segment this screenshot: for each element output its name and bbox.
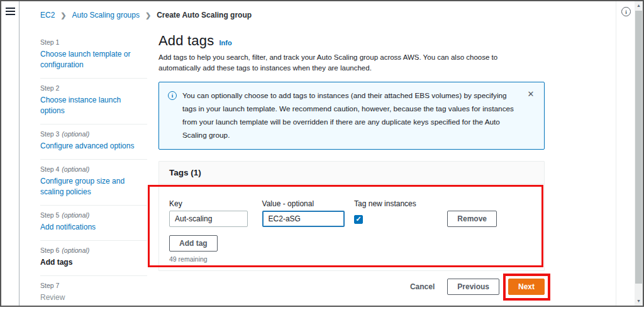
content-divider (616, 1, 616, 306)
collapsed-side-nav (1, 1, 19, 306)
tag-new-instances-checkbox[interactable] (354, 215, 363, 224)
value-label: Value - optional (262, 199, 345, 208)
tags-remaining-count: 49 remaining (169, 255, 534, 263)
sidebar-step-6: Step 6(optional) Add tags (40, 240, 147, 275)
tags-panel-title: Tags (1) (169, 168, 534, 177)
sidebar-step-3-link[interactable]: Configure advanced options (40, 141, 147, 152)
add-tag-button[interactable]: Add tag (169, 235, 218, 252)
sidebar-step-3: Step 3(optional) Configure advanced opti… (40, 124, 147, 159)
breadcrumb-current: Create Auto Scaling group (157, 11, 252, 19)
chevron-right-icon (145, 11, 151, 19)
page-description: Add tags to help you search, filter, and… (158, 52, 540, 74)
scroll-up-arrow-icon[interactable] (635, 1, 643, 10)
info-alert-text: You can optionally choose to add tags to… (182, 89, 521, 142)
step-number: Step 6(optional) (40, 246, 147, 254)
step-number: Step 3(optional) (40, 130, 147, 138)
info-alert: You can optionally choose to add tags to… (158, 82, 545, 150)
help-info-icon[interactable] (621, 7, 631, 16)
tag-row: Key Value - optional Tag new instances (169, 199, 534, 227)
main-content: Add tags Info Add tags to help you searc… (158, 33, 545, 295)
scroll-down-arrow-icon[interactable] (635, 297, 643, 306)
sidebar-step-5: Step 5(optional) Add notifications (40, 205, 147, 240)
breadcrumb: EC2 Auto Scaling groups Create Auto Scal… (40, 11, 252, 19)
info-icon (168, 91, 177, 100)
step-number: Step 4(optional) (40, 165, 147, 173)
sidebar-step-4-link[interactable]: Configure group size and scaling policie… (40, 176, 147, 197)
close-icon[interactable] (526, 90, 535, 99)
step-number: Step 7 (40, 282, 147, 289)
scrollbar[interactable] (635, 1, 643, 306)
breadcrumb-auto-scaling-groups[interactable]: Auto Scaling groups (72, 11, 140, 19)
sidebar-step-2-link[interactable]: Choose instance launch options (40, 95, 147, 116)
page-title: Add tags (158, 33, 214, 49)
breadcrumb-ec2[interactable]: EC2 (40, 11, 55, 19)
sidebar-step-6-link-current: Add tags (40, 257, 147, 268)
tags-panel-header: Tags (1) (159, 162, 544, 184)
console-window: EC2 Auto Scaling groups Create Auto Scal… (0, 0, 644, 307)
cancel-button[interactable]: Cancel (406, 280, 438, 294)
tags-panel: Tags (1) Key Value - optional (158, 161, 545, 271)
step-number: Step 1 (40, 38, 147, 46)
previous-button[interactable]: Previous (447, 279, 499, 295)
sidebar-step-1: Step 1 Choose launch template or configu… (40, 33, 147, 78)
sidebar-step-2: Step 2 Choose instance launch options (40, 78, 147, 124)
wizard-footer: Cancel Previous Next (158, 279, 545, 295)
next-button[interactable]: Next (508, 279, 545, 295)
step-number: Step 2 (40, 84, 147, 92)
sidebar-step-7-link-disabled: Review (40, 292, 147, 303)
step-number: Step 5(optional) (40, 211, 147, 219)
menu-icon[interactable] (6, 8, 15, 16)
value-input[interactable] (262, 211, 345, 227)
key-label: Key (169, 199, 248, 208)
screen: EC2 Auto Scaling groups Create Auto Scal… (0, 0, 644, 310)
wizard-steps-sidebar: Step 1 Choose launch template or configu… (40, 33, 147, 310)
info-link[interactable]: Info (219, 39, 231, 47)
next-button-wrap: Next (508, 279, 545, 295)
remove-button[interactable]: Remove (447, 211, 497, 227)
scrollbar-thumb[interactable] (635, 11, 642, 284)
tag-new-instances-label: Tag new instances (354, 199, 447, 208)
sidebar-step-4: Step 4(optional) Configure group size an… (40, 159, 147, 205)
sidebar-step-7: Step 7 Review (40, 275, 147, 310)
sidebar-step-5-link[interactable]: Add notifications (40, 222, 147, 233)
chevron-right-icon (60, 11, 66, 19)
sidebar-step-1-link[interactable]: Choose launch template or configuration (40, 49, 147, 70)
key-input[interactable] (169, 211, 248, 227)
tags-panel-body: Key Value - optional Tag new instances (159, 184, 544, 270)
